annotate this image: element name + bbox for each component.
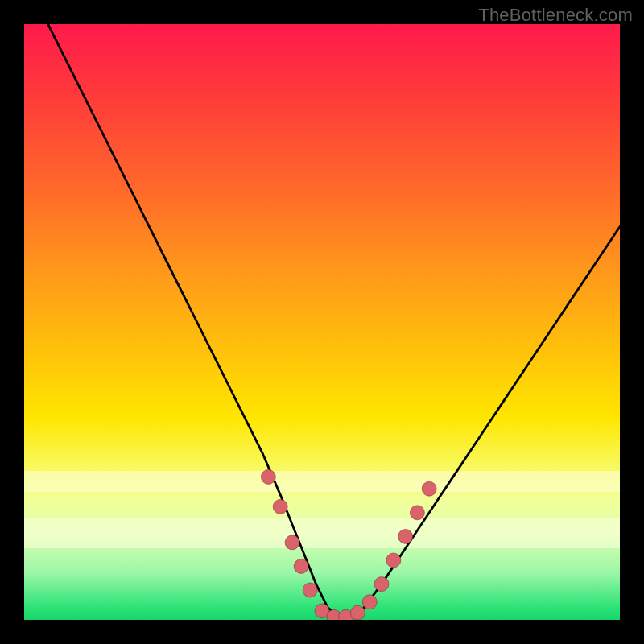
marker-dot <box>410 506 424 520</box>
marker-dot <box>362 595 377 609</box>
marker-dot <box>294 559 308 573</box>
marker-dot <box>398 529 413 543</box>
marker-dot <box>350 605 365 620</box>
watermark-text: TheBottleneck.com <box>478 5 633 26</box>
chart-frame: TheBottleneck.com <box>0 0 644 644</box>
marker-dot <box>261 469 275 484</box>
marker-dot <box>374 577 389 592</box>
plot-area <box>24 24 620 620</box>
marker-dot <box>273 499 287 514</box>
marker-dot <box>303 583 317 597</box>
marker-dots <box>24 24 620 620</box>
marker-dot <box>285 535 299 550</box>
marker-dot <box>422 481 436 496</box>
marker-dot <box>386 553 401 568</box>
